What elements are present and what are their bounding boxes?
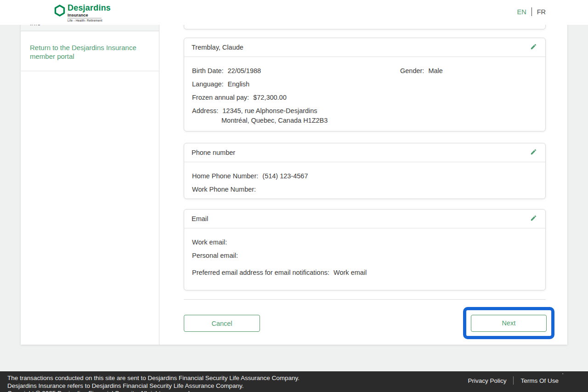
phone-card: Phone number Home Phone Number: (514) 12… bbox=[184, 143, 546, 199]
edit-pencil-icon bbox=[530, 215, 537, 223]
brand-text: Desjardins Insurance Life - Health- Reti… bbox=[68, 4, 111, 23]
footer-links-separator bbox=[513, 376, 514, 385]
address-label: Address: bbox=[192, 107, 218, 114]
home-phone-label: Home Phone Number: bbox=[192, 172, 258, 180]
buttons-divider bbox=[184, 299, 546, 300]
main-content: Tremblay, Claude Birth Date: 22/05/1988 … bbox=[160, 18, 567, 345]
sidebar-item-return-portal[interactable]: Return to the Desjardins Insurance membe… bbox=[21, 31, 159, 71]
next-button-highlight: Next bbox=[463, 307, 554, 339]
edit-phone-button[interactable] bbox=[529, 148, 538, 158]
preferred-email-row: Preferred email address for email notifi… bbox=[192, 268, 538, 277]
content-panel: info Return to the Desjardins Insurance … bbox=[21, 18, 567, 345]
edit-pencil-icon bbox=[530, 148, 537, 157]
gender-label: Gender: bbox=[400, 67, 424, 74]
edit-email-button[interactable] bbox=[529, 214, 538, 224]
desjardins-hexagon-icon bbox=[54, 5, 65, 18]
footer-line-3: Copyright © 2025 Desjardins Financial Se… bbox=[7, 390, 300, 392]
footer-legal-text: The transactions conducted on this site … bbox=[7, 375, 300, 392]
home-phone-value: (514) 123-4567 bbox=[262, 172, 308, 180]
language-label: Language: bbox=[192, 80, 224, 88]
frozen-pay-row: Frozen annual pay: $72,300.00 bbox=[192, 93, 538, 102]
lang-separator bbox=[531, 7, 532, 16]
edit-pencil-icon bbox=[530, 43, 537, 51]
birth-date-value: 22/05/1988 bbox=[228, 67, 261, 74]
birth-date-row: Birth Date: 22/05/1988 Gender: Male bbox=[192, 66, 538, 75]
birth-date-label: Birth Date: bbox=[192, 67, 224, 74]
brand-tagline: Life - Health- Retirement bbox=[68, 18, 111, 23]
language-value: English bbox=[228, 80, 250, 88]
work-phone-row: Work Phone Number: bbox=[192, 185, 538, 194]
personal-card-title: Tremblay, Claude bbox=[192, 44, 243, 51]
email-card-body: Work email: Personal email: Preferred em… bbox=[184, 228, 545, 288]
footer-tick-mark: ' bbox=[562, 372, 563, 378]
home-phone-row: Home Phone Number: (514) 123-4567 bbox=[192, 171, 538, 181]
page-footer: The transactions conducted on this site … bbox=[0, 371, 588, 392]
next-button[interactable]: Next bbox=[471, 315, 547, 332]
personal-info-card: Tremblay, Claude Birth Date: 22/05/1988 … bbox=[184, 38, 546, 131]
personal-card-header: Tremblay, Claude bbox=[184, 38, 545, 57]
personal-email-label: Personal email: bbox=[192, 252, 238, 259]
terms-of-use-link[interactable]: Terms Of Use bbox=[520, 377, 559, 384]
preferred-email-value: Work email bbox=[334, 269, 367, 276]
language-switcher: EN FR bbox=[517, 7, 546, 16]
lang-fr-button[interactable]: FR bbox=[537, 8, 546, 16]
brand-division: Insurance bbox=[68, 12, 102, 18]
frozen-pay-value: $72,300.00 bbox=[253, 94, 287, 101]
work-email-label: Work email: bbox=[192, 239, 227, 246]
gender-value: Male bbox=[428, 67, 442, 74]
footer-links: Privacy Policy Terms Of Use bbox=[468, 376, 559, 385]
privacy-policy-link[interactable]: Privacy Policy bbox=[468, 377, 506, 384]
frozen-pay-label: Frozen annual pay: bbox=[192, 94, 249, 101]
language-row: Language: English bbox=[192, 80, 538, 89]
edit-personal-button[interactable] bbox=[529, 42, 538, 52]
phone-card-title: Phone number bbox=[192, 149, 235, 156]
personal-email-row: Personal email: bbox=[192, 251, 538, 260]
phone-card-header: Phone number bbox=[184, 143, 545, 162]
footer-line-1: The transactions conducted on this site … bbox=[7, 375, 300, 382]
address-line1: 12345, rue Alphonse-Desjardins bbox=[222, 107, 317, 114]
lang-en-button[interactable]: EN bbox=[517, 8, 526, 16]
work-email-row: Work email: bbox=[192, 238, 538, 247]
app-header: Desjardins Insurance Life - Health- Reti… bbox=[0, 0, 588, 25]
sidebar: info Return to the Desjardins Insurance … bbox=[21, 18, 159, 345]
phone-card-body: Home Phone Number: (514) 123-4567 Work P… bbox=[184, 162, 545, 205]
page: Desjardins Insurance Life - Health- Reti… bbox=[0, 0, 588, 392]
address-line2: Montréal, Quebec, Canada H1Z2B3 bbox=[192, 115, 538, 125]
preferred-email-label: Preferred email address for email notifi… bbox=[192, 269, 329, 276]
desjardins-logo[interactable]: Desjardins Insurance Life - Health- Reti… bbox=[54, 4, 111, 23]
email-card-title: Email bbox=[192, 215, 208, 222]
work-phone-label: Work Phone Number: bbox=[192, 186, 256, 193]
personal-card-body: Birth Date: 22/05/1988 Gender: Male Lang… bbox=[184, 57, 545, 136]
brand-name: Desjardins bbox=[68, 4, 111, 12]
cancel-button[interactable]: Cancel bbox=[184, 315, 260, 332]
address-row: Address: 12345, rue Alphonse-Desjardins … bbox=[192, 106, 538, 125]
email-card-header: Email bbox=[184, 210, 545, 228]
footer-line-2: Desjardins Insurance refers to Desjardin… bbox=[7, 382, 300, 390]
gender-field: Gender: Male bbox=[400, 66, 443, 75]
email-card: Email Work email: Personal email: bbox=[184, 209, 546, 290]
